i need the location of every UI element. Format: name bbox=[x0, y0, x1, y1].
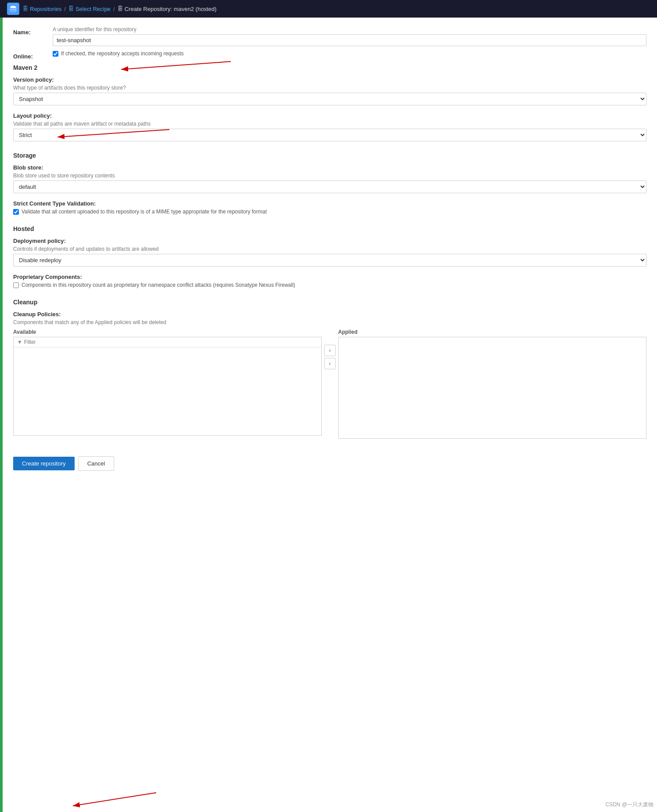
cleanup-policies-hint: Components that match any of the Applied… bbox=[13, 319, 646, 325]
cleanup-policies-label: Cleanup Policies: bbox=[13, 311, 646, 318]
cleanup-section-header: Cleanup bbox=[13, 299, 646, 306]
proprietary-checkbox[interactable] bbox=[13, 282, 19, 288]
applied-panel: Applied bbox=[338, 329, 647, 439]
cleanup-section-body: Cleanup Policies: Components that match … bbox=[13, 311, 646, 439]
version-policy-group: Version policy: What type of artifacts d… bbox=[13, 76, 646, 105]
available-label: Available bbox=[13, 329, 322, 335]
proprietary-group: Proprietary Components: Components in th… bbox=[13, 274, 646, 288]
maven2-section-body: Version policy: What type of artifacts d… bbox=[13, 76, 646, 141]
cancel-button[interactable]: Cancel bbox=[78, 456, 114, 471]
breadcrumb-sep-2: / bbox=[113, 6, 115, 12]
breadcrumb: 🗄 Repositories / 🗄 Select Recipe / 🗄 Cre… bbox=[23, 6, 216, 12]
strict-content-group: Strict Content Type Validation: Validate… bbox=[13, 200, 646, 215]
name-input[interactable] bbox=[53, 34, 646, 46]
name-label: Name: bbox=[13, 26, 53, 36]
breadcrumb-sep-1: / bbox=[64, 6, 66, 12]
name-hint: A unique identifier for this repository bbox=[53, 26, 646, 32]
online-hint: If checked, the repository accepts incom… bbox=[61, 51, 183, 57]
online-checkbox-row: If checked, the repository accepts incom… bbox=[53, 51, 646, 57]
svg-line-6 bbox=[73, 793, 156, 806]
online-label: Online: bbox=[13, 51, 53, 60]
db-icon-recipe: 🗄 bbox=[68, 6, 74, 12]
online-checkbox[interactable] bbox=[53, 51, 58, 57]
app-logo bbox=[7, 3, 19, 15]
strict-content-hint: Validate that all content uploaded to th… bbox=[22, 209, 267, 215]
layout-policy-hint: Validate that all paths are maven artifa… bbox=[13, 121, 646, 127]
deployment-policy-select[interactable]: Disable redeployAllow redeployRead-only bbox=[13, 254, 646, 267]
name-field-group: Name: A unique identifier for this repos… bbox=[13, 26, 646, 46]
svg-point-2 bbox=[10, 9, 16, 12]
storage-section-header: Storage bbox=[13, 152, 646, 159]
move-controls: › ‹ bbox=[322, 329, 338, 369]
strict-content-label: Strict Content Type Validation: bbox=[13, 200, 646, 207]
strict-content-checkbox[interactable] bbox=[13, 209, 19, 215]
breadcrumb-current: 🗄 Create Repository: maven2 (hosted) bbox=[118, 6, 217, 12]
breadcrumb-repositories[interactable]: 🗄 Repositories bbox=[23, 6, 61, 12]
layout-policy-group: Layout policy: Validate that all paths a… bbox=[13, 112, 646, 141]
form-content: Name: A unique identifier for this repos… bbox=[3, 18, 657, 812]
hosted-section-body: Deployment policy: Controls if deploymen… bbox=[13, 238, 646, 288]
hosted-section-header: Hosted bbox=[13, 225, 646, 232]
blob-store-label: Blob store: bbox=[13, 164, 646, 171]
layout-policy-label: Layout policy: bbox=[13, 112, 646, 119]
breadcrumb-select-recipe[interactable]: 🗄 Select Recipe bbox=[68, 6, 111, 12]
buttons-row: Create repository Cancel bbox=[13, 449, 646, 471]
storage-section-body: Blob store: Blob store used to store rep… bbox=[13, 164, 646, 215]
db-icon-repositories: 🗄 bbox=[23, 6, 28, 12]
blob-store-hint: Blob store used to store repository cont… bbox=[13, 173, 646, 179]
proprietary-checkbox-row: Components in this repository count as p… bbox=[13, 282, 646, 288]
proprietary-hint: Components in this repository count as p… bbox=[22, 282, 295, 288]
filter-input[interactable] bbox=[24, 339, 318, 345]
filter-icon: ▼ bbox=[17, 339, 22, 345]
version-policy-label: Version policy: bbox=[13, 76, 646, 83]
proprietary-label: Proprietary Components: bbox=[13, 274, 646, 280]
move-left-button[interactable]: ‹ bbox=[324, 358, 336, 369]
create-repository-button[interactable]: Create repository bbox=[13, 457, 75, 470]
header: 🗄 Repositories / 🗄 Select Recipe / 🗄 Cre… bbox=[0, 0, 657, 18]
version-policy-hint: What type of artifacts does this reposit… bbox=[13, 85, 646, 91]
applied-list-box bbox=[338, 337, 647, 439]
deployment-policy-group: Deployment policy: Controls if deploymen… bbox=[13, 238, 646, 267]
layout-policy-select[interactable]: StrictPermissive bbox=[13, 129, 646, 141]
applied-label: Applied bbox=[338, 329, 647, 335]
deployment-policy-hint: Controls if deployments of and updates t… bbox=[13, 246, 646, 252]
watermark: CSDN @一只大废物 bbox=[605, 801, 653, 808]
name-value-col: A unique identifier for this repository bbox=[53, 26, 646, 46]
blob-store-group: Blob store: Blob store used to store rep… bbox=[13, 164, 646, 193]
strict-content-checkbox-row: Validate that all content uploaded to th… bbox=[13, 209, 646, 215]
deployment-policy-label: Deployment policy: bbox=[13, 238, 646, 244]
db-icon-current: 🗄 bbox=[118, 6, 123, 12]
available-list-box: ▼ bbox=[13, 337, 322, 436]
online-field-group: Online: If checked, the repository accep… bbox=[13, 51, 646, 60]
move-right-button[interactable]: › bbox=[324, 345, 336, 356]
dual-list-wrapper: Available ▼ › ‹ Applied bbox=[13, 329, 646, 439]
blob-store-select[interactable]: default bbox=[13, 180, 646, 193]
online-value-col: If checked, the repository accepts incom… bbox=[53, 51, 646, 57]
available-list-body bbox=[14, 347, 321, 435]
available-panel: Available ▼ bbox=[13, 329, 322, 436]
filter-row: ▼ bbox=[14, 337, 321, 347]
version-policy-select[interactable]: SnapshotReleaseMixed bbox=[13, 93, 646, 105]
maven2-section-header: Maven 2 bbox=[13, 64, 646, 71]
main-container: Name: A unique identifier for this repos… bbox=[0, 18, 657, 812]
